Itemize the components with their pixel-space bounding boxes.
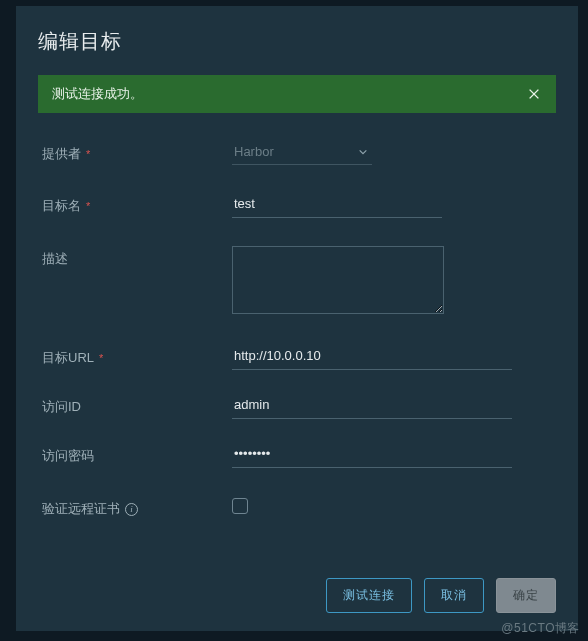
- provider-value: Harbor: [234, 144, 274, 159]
- success-alert: 测试连接成功。: [38, 75, 556, 113]
- access-secret-label: 访问密码: [42, 443, 232, 465]
- required-marker: *: [86, 148, 90, 160]
- dialog-title: 编辑目标: [38, 28, 556, 55]
- provider-select[interactable]: Harbor: [232, 141, 372, 165]
- provider-row: 提供者 * Harbor: [42, 141, 556, 165]
- verify-cert-row: 验证远程证书 i: [42, 496, 556, 518]
- description-row: 描述: [42, 246, 556, 317]
- access-secret-input[interactable]: [232, 443, 512, 468]
- access-id-label: 访问ID: [42, 394, 232, 416]
- provider-label: 提供者 *: [42, 141, 232, 163]
- name-label: 目标名 *: [42, 193, 232, 215]
- name-row: 目标名 *: [42, 193, 556, 218]
- access-secret-row: 访问密码: [42, 443, 556, 468]
- required-marker: *: [86, 200, 90, 212]
- access-id-row: 访问ID: [42, 394, 556, 419]
- name-input[interactable]: [232, 193, 442, 218]
- description-textarea[interactable]: [232, 246, 444, 314]
- verify-cert-label: 验证远程证书 i: [42, 496, 232, 518]
- edit-endpoint-dialog: 编辑目标 测试连接成功。 提供者 * Harbor: [16, 6, 578, 631]
- cancel-button[interactable]: 取消: [424, 578, 484, 613]
- alert-message: 测试连接成功。: [52, 85, 143, 103]
- access-id-input[interactable]: [232, 394, 512, 419]
- url-label: 目标URL *: [42, 345, 232, 367]
- url-input[interactable]: [232, 345, 512, 370]
- url-row: 目标URL *: [42, 345, 556, 370]
- info-icon[interactable]: i: [125, 503, 138, 516]
- endpoint-form: 提供者 * Harbor 目标名 *: [38, 141, 556, 578]
- description-label: 描述: [42, 246, 232, 268]
- close-icon[interactable]: [526, 86, 542, 102]
- test-connection-button[interactable]: 测试连接: [326, 578, 412, 613]
- chevron-down-icon: [358, 147, 368, 157]
- required-marker: *: [99, 352, 103, 364]
- ok-button[interactable]: 确定: [496, 578, 556, 613]
- dialog-footer: 测试连接 取消 确定: [38, 578, 556, 613]
- watermark: @51CTO博客: [501, 620, 580, 637]
- verify-cert-checkbox[interactable]: [232, 498, 248, 514]
